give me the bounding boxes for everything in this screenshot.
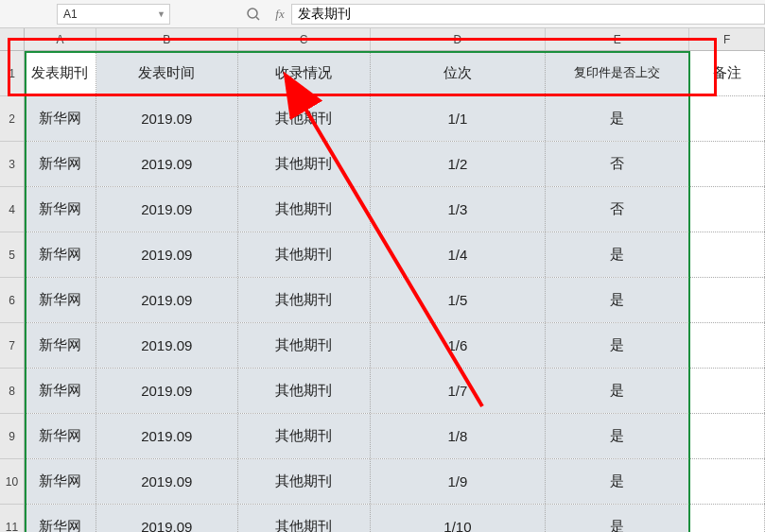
cell[interactable]: 新华网 xyxy=(25,232,96,277)
cell[interactable]: 复印件是否上交 xyxy=(546,51,689,95)
cell[interactable]: 1/9 xyxy=(371,459,547,504)
row-header[interactable]: 1 xyxy=(0,51,24,96)
cell[interactable] xyxy=(689,414,765,458)
cell[interactable]: 其他期刊 xyxy=(238,459,371,504)
row-header[interactable]: 2 xyxy=(0,96,24,142)
data-rows: 发表期刊 发表时间 收录情况 位次 复印件是否上交 备注 新华网 2019.09… xyxy=(25,51,765,532)
cell[interactable]: 1/6 xyxy=(371,323,547,368)
cell[interactable]: 其他期刊 xyxy=(238,369,371,413)
cell[interactable]: 其他期刊 xyxy=(238,142,371,186)
cell[interactable]: 其他期刊 xyxy=(238,414,371,458)
cell[interactable]: 2019.09 xyxy=(96,414,238,458)
row-header[interactable]: 4 xyxy=(0,187,24,232)
cell[interactable]: 新华网 xyxy=(25,459,96,504)
cell[interactable] xyxy=(689,323,765,368)
spreadsheet-grid: 1 2 3 4 5 6 7 8 9 10 11 A B C D E F 发表期刊… xyxy=(0,28,765,532)
cell[interactable]: 新华网 xyxy=(25,323,96,368)
cell[interactable]: 其他期刊 xyxy=(238,232,371,277)
cell[interactable]: 否 xyxy=(546,142,689,186)
cell[interactable]: 2019.09 xyxy=(96,96,238,141)
cell[interactable]: 发表期刊 xyxy=(25,51,96,95)
formula-input[interactable]: 发表期刊 xyxy=(291,4,765,25)
chevron-down-icon[interactable]: ▼ xyxy=(157,9,165,19)
cell[interactable] xyxy=(689,96,765,141)
cell[interactable] xyxy=(689,459,765,504)
cell[interactable]: 1/4 xyxy=(371,232,547,277)
cell[interactable]: 1/8 xyxy=(371,414,547,458)
row-header[interactable]: 10 xyxy=(0,459,24,505)
cell[interactable]: 发表时间 xyxy=(96,51,238,95)
cell[interactable]: 1/10 xyxy=(371,505,547,532)
cell[interactable]: 2019.09 xyxy=(96,278,238,322)
cell[interactable]: 新华网 xyxy=(25,96,96,141)
cell[interactable]: 2019.09 xyxy=(96,505,238,532)
table-header-row: 发表期刊 发表时间 收录情况 位次 复印件是否上交 备注 xyxy=(25,51,765,96)
table-row: 新华网 2019.09 其他期刊 1/7 是 xyxy=(25,369,765,414)
table-row: 新华网 2019.09 其他期刊 1/4 是 xyxy=(25,232,765,278)
cell[interactable]: 收录情况 xyxy=(238,51,371,95)
row-header[interactable]: 3 xyxy=(0,142,24,187)
cell[interactable]: 1/3 xyxy=(371,187,547,232)
cell[interactable]: 是 xyxy=(546,369,689,413)
cell[interactable]: 备注 xyxy=(689,51,765,95)
cell[interactable]: 新华网 xyxy=(25,505,96,532)
table-row: 新华网 2019.09 其他期刊 1/2 否 xyxy=(25,142,765,187)
cell[interactable]: 1/2 xyxy=(371,142,547,186)
cell[interactable]: 1/1 xyxy=(371,96,547,141)
cell[interactable]: 新华网 xyxy=(25,369,96,413)
name-box[interactable]: A1 ▼ xyxy=(57,4,170,25)
column-header[interactable]: D xyxy=(371,28,547,50)
row-header[interactable]: 7 xyxy=(0,323,24,369)
cell[interactable]: 是 xyxy=(546,459,689,504)
cell[interactable] xyxy=(689,142,765,186)
column-header[interactable]: A xyxy=(25,28,96,50)
cell[interactable]: 新华网 xyxy=(25,187,96,232)
fx-icon[interactable]: fx xyxy=(272,7,287,22)
cell[interactable]: 是 xyxy=(546,232,689,277)
cell[interactable]: 位次 xyxy=(371,51,547,95)
cell[interactable] xyxy=(689,505,765,532)
cell[interactable]: 1/5 xyxy=(371,278,547,322)
row-header[interactable]: 6 xyxy=(0,278,24,323)
cell[interactable]: 2019.09 xyxy=(96,187,238,232)
cell[interactable]: 新华网 xyxy=(25,278,96,322)
column-header[interactable]: F xyxy=(689,28,765,50)
cell[interactable]: 1/7 xyxy=(371,369,547,413)
cell[interactable]: 否 xyxy=(546,187,689,232)
cell[interactable] xyxy=(689,232,765,277)
cell[interactable]: 其他期刊 xyxy=(238,278,371,322)
cell[interactable]: 其他期刊 xyxy=(238,505,371,532)
cell[interactable]: 其他期刊 xyxy=(238,96,371,141)
cell[interactable]: 是 xyxy=(546,505,689,532)
cell[interactable]: 2019.09 xyxy=(96,323,238,368)
row-header[interactable]: 5 xyxy=(0,232,24,278)
cell[interactable]: 是 xyxy=(546,414,689,458)
formula-tools: fx xyxy=(246,7,287,22)
cell[interactable]: 其他期刊 xyxy=(238,323,371,368)
cell[interactable]: 2019.09 xyxy=(96,369,238,413)
row-header[interactable]: 11 xyxy=(0,505,24,532)
column-header[interactable]: E xyxy=(546,28,689,50)
cell[interactable]: 新华网 xyxy=(25,142,96,186)
zoom-icon[interactable] xyxy=(246,7,261,22)
cell[interactable]: 新华网 xyxy=(25,414,96,458)
cell[interactable]: 是 xyxy=(546,323,689,368)
cell[interactable]: 其他期刊 xyxy=(238,187,371,232)
svg-point-0 xyxy=(248,9,257,18)
select-all-corner[interactable] xyxy=(0,28,24,51)
cell[interactable]: 是 xyxy=(546,96,689,141)
cell[interactable] xyxy=(689,187,765,232)
table-row: 新华网 2019.09 其他期刊 1/9 是 xyxy=(25,459,765,505)
row-header[interactable]: 9 xyxy=(0,414,24,459)
table-row: 新华网 2019.09 其他期刊 1/3 否 xyxy=(25,187,765,232)
cell[interactable] xyxy=(689,369,765,413)
cell[interactable]: 2019.09 xyxy=(96,232,238,277)
cell[interactable]: 2019.09 xyxy=(96,142,238,186)
cell[interactable]: 是 xyxy=(546,278,689,322)
column-header[interactable]: B xyxy=(96,28,238,50)
formula-input-value: 发表期刊 xyxy=(298,6,351,23)
cell[interactable] xyxy=(689,278,765,322)
cell[interactable]: 2019.09 xyxy=(96,459,238,504)
column-header[interactable]: C xyxy=(238,28,371,50)
row-header[interactable]: 8 xyxy=(0,369,24,414)
